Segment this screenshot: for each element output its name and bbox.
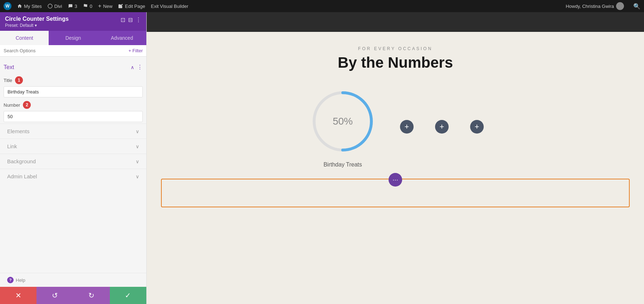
comment-icon bbox=[68, 4, 73, 9]
bubbles-menu[interactable]: 0 bbox=[83, 4, 92, 9]
tab-content[interactable]: Content bbox=[0, 31, 49, 45]
text-section: Text ∧ ⋮ Title 1 bbox=[0, 60, 146, 124]
comments-menu[interactable]: 3 bbox=[68, 4, 77, 9]
admin-label-title: Admin Label bbox=[7, 173, 37, 179]
help-icon: ? bbox=[7, 277, 14, 283]
dark-strip bbox=[147, 12, 644, 32]
my-sites-label: My Sites bbox=[24, 4, 42, 9]
page-canvas: FOR EVERY OCCASION By the Numbers 50 bbox=[147, 12, 644, 304]
elements-section[interactable]: Elements ∨ bbox=[0, 124, 146, 139]
title-field-label: Title 1 bbox=[4, 76, 143, 84]
tab-design[interactable]: Design bbox=[49, 31, 97, 45]
divi-menu[interactable]: Divi bbox=[48, 4, 62, 9]
text-collapse-icon[interactable]: ∧ bbox=[131, 64, 134, 70]
circle-counter: 50% Birthday Treats bbox=[307, 86, 379, 168]
counter-title: Birthday Treats bbox=[323, 161, 362, 168]
filter-button[interactable]: + Filter bbox=[128, 48, 143, 53]
background-chevron-icon: ∨ bbox=[136, 159, 139, 164]
section-subtitle: FOR EVERY OCCASION bbox=[358, 46, 433, 51]
preset-selector[interactable]: Preset: Default ▾ bbox=[5, 23, 69, 28]
wp-admin-bar: W My Sites Divi 3 0 + New Edit Page Exit… bbox=[0, 0, 644, 12]
number-badge: 2 bbox=[23, 101, 31, 109]
exit-builder-label: Exit Visual Builder bbox=[151, 4, 189, 9]
admin-search-icon[interactable]: 🔍 bbox=[633, 3, 640, 10]
link-section[interactable]: Link ∨ bbox=[0, 139, 146, 154]
page-content: FOR EVERY OCCASION By the Numbers 50 bbox=[147, 32, 644, 214]
elements-title: Elements bbox=[7, 128, 30, 134]
exit-builder-button[interactable]: Exit Visual Builder bbox=[151, 4, 189, 9]
main-layout: Circle Counter Settings Preset: Default … bbox=[0, 12, 644, 304]
title-badge: 1 bbox=[15, 76, 23, 84]
add-counter-button-3[interactable]: + bbox=[470, 120, 484, 134]
counters-row: 50% Birthday Treats + + + bbox=[154, 86, 637, 168]
search-input[interactable] bbox=[4, 48, 126, 53]
title-field-row: Title 1 bbox=[0, 74, 146, 99]
cancel-button[interactable]: ✕ bbox=[0, 287, 36, 304]
footer-buttons: ✕ ↺ ↻ ✓ bbox=[0, 287, 146, 304]
divi-label: Divi bbox=[54, 4, 62, 9]
elements-chevron-icon: ∨ bbox=[136, 129, 139, 134]
comment-count: 3 bbox=[75, 4, 77, 9]
circle-chart: 50% bbox=[307, 86, 379, 157]
divi-icon bbox=[48, 4, 53, 9]
save-button[interactable]: ✓ bbox=[110, 287, 146, 304]
new-label: New bbox=[103, 4, 112, 9]
bubble-icon bbox=[83, 4, 88, 9]
circle-percent-label: 50% bbox=[333, 116, 353, 127]
admin-label-section[interactable]: Admin Label ∨ bbox=[0, 169, 146, 184]
redo-button[interactable]: ↻ bbox=[73, 287, 110, 304]
home-icon bbox=[17, 4, 22, 9]
testimonial-module-icon[interactable]: ⋯ bbox=[389, 173, 402, 187]
user-info: Howdy, Christina Gwira bbox=[566, 2, 624, 10]
svg-point-0 bbox=[48, 4, 52, 8]
bubble-count: 0 bbox=[90, 4, 92, 9]
text-menu-icon[interactable]: ⋮ bbox=[137, 64, 143, 71]
settings-panel: Circle Counter Settings Preset: Default … bbox=[0, 12, 147, 304]
help-button[interactable]: ? Help bbox=[0, 273, 146, 287]
new-menu[interactable]: + New bbox=[98, 3, 112, 9]
tab-advanced[interactable]: Advanced bbox=[98, 31, 146, 45]
help-label: Help bbox=[16, 278, 25, 283]
panel-title: Circle Counter Settings bbox=[5, 16, 69, 22]
edit-icon bbox=[118, 4, 123, 9]
admin-label-chevron-icon: ∨ bbox=[136, 174, 139, 179]
background-section[interactable]: Background ∨ bbox=[0, 154, 146, 169]
panel-layout-icon[interactable]: ⊟ bbox=[128, 16, 133, 23]
panel-menu-icon[interactable]: ⋮ bbox=[136, 16, 141, 23]
testimonial-section: ⋯ bbox=[161, 179, 630, 207]
text-section-title: Text bbox=[4, 64, 14, 71]
link-chevron-icon: ∨ bbox=[136, 144, 139, 149]
section-main-title: By the Numbers bbox=[338, 54, 453, 71]
search-bar: + Filter bbox=[0, 45, 146, 57]
edit-page-button[interactable]: Edit Page bbox=[118, 4, 145, 9]
user-avatar bbox=[616, 2, 624, 10]
text-section-header[interactable]: Text ∧ ⋮ bbox=[0, 60, 146, 74]
wp-logo-icon[interactable]: W bbox=[4, 2, 11, 10]
link-title: Link bbox=[7, 143, 17, 149]
howdy-label: Howdy, Christina Gwira bbox=[566, 4, 614, 9]
number-field-label: Number 2 bbox=[4, 101, 143, 109]
number-field-row: Number 2 bbox=[0, 99, 146, 124]
background-title: Background bbox=[7, 158, 36, 164]
expand-icon[interactable]: ⊡ bbox=[121, 16, 125, 23]
panel-header: Circle Counter Settings Preset: Default … bbox=[0, 12, 146, 31]
my-sites-menu[interactable]: My Sites bbox=[17, 4, 42, 9]
add-counter-button-2[interactable]: + bbox=[435, 120, 449, 134]
number-input[interactable] bbox=[4, 111, 143, 122]
add-counter-button-1[interactable]: + bbox=[400, 120, 414, 134]
edit-page-label: Edit Page bbox=[125, 4, 145, 9]
sidebar-content: Text ∧ ⋮ Title 1 bbox=[0, 57, 146, 273]
undo-button[interactable]: ↺ bbox=[36, 287, 73, 304]
settings-tabs: Content Design Advanced bbox=[0, 31, 146, 45]
title-input[interactable] bbox=[4, 86, 143, 97]
